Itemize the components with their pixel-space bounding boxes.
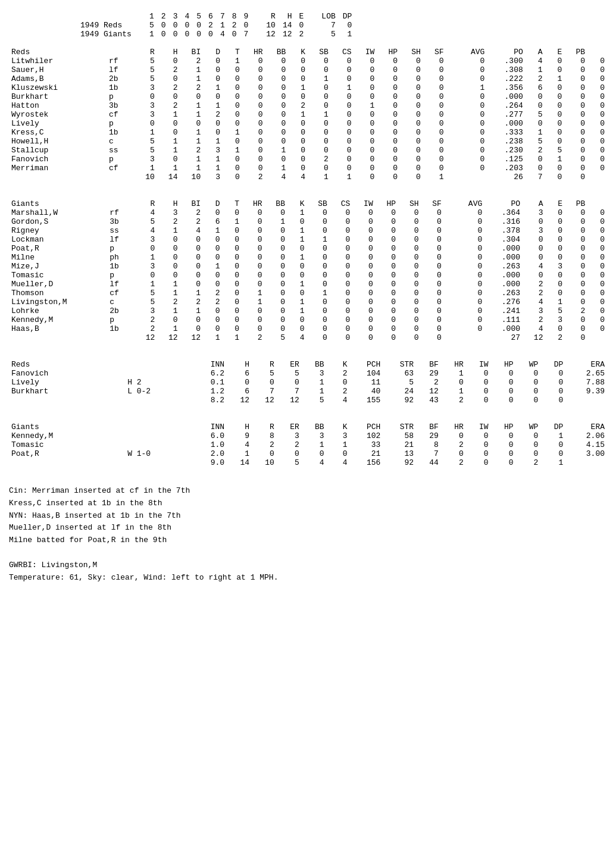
stat-6: 0	[223, 324, 242, 333]
stat-21: 0	[587, 253, 607, 262]
stat-19: 3	[545, 262, 565, 271]
linescore-row1-cell12: 12	[279, 30, 296, 39]
total-4: 12	[180, 333, 203, 342]
player-name: Mize,J	[9, 262, 107, 271]
stat-18: 5	[526, 110, 545, 119]
spacer	[9, 342, 107, 351]
stat-7: 0	[242, 110, 265, 119]
stat-3: 1	[157, 146, 180, 155]
stat-16: 0	[444, 324, 484, 333]
stat-7: 0	[242, 65, 265, 74]
stat-10: 0	[307, 298, 329, 306]
stat-16: 0	[446, 92, 487, 101]
stat-9: 1	[287, 306, 307, 315]
stat-6: 0	[223, 262, 242, 271]
stat-6: 1	[223, 57, 242, 65]
pitch-total-note	[125, 396, 193, 405]
total-3: 12	[157, 333, 180, 342]
stat-3: 2	[157, 217, 180, 226]
stat-5: 0	[203, 119, 223, 128]
pitch-col-16: ERA	[565, 423, 607, 431]
reds-pitching-table: RedsINNHRERBBKPCHSTRBFHRIWHPWPDPERAFanov…	[9, 360, 607, 414]
linescore-section: 123456789RHELOBDP1949 Reds50000212010140…	[9, 12, 607, 39]
stat-15: 0	[421, 271, 444, 280]
linescore-row1-cell3: 0	[170, 30, 182, 39]
stat-14: 0	[400, 119, 423, 128]
stat-16: 0	[446, 65, 487, 74]
stat-12: 0	[354, 164, 377, 173]
stat-12: 0	[352, 262, 375, 271]
pitch-stat-4: 0	[252, 378, 277, 387]
giants-pitching-table: GiantsINNHRERBBKPCHSTRBFHRIWHPWPDPERAKen…	[9, 423, 607, 476]
stat-14: 0	[400, 83, 423, 92]
stat-18: 3	[523, 208, 545, 217]
pitch-total-15: 1	[540, 458, 565, 467]
stat-19: 0	[545, 128, 565, 137]
stat-19: 0	[545, 110, 565, 119]
pitch-total-3: 14	[227, 458, 252, 467]
linescore-row0-cell4: 0	[181, 21, 193, 30]
pitch-stat-15: 0	[540, 378, 565, 387]
pitch-stat-4: 5	[252, 369, 277, 378]
stat-14: 0	[398, 235, 421, 244]
stat-14: 0	[398, 298, 421, 306]
pitch-stat-9: 24	[383, 387, 416, 396]
stat-16: 0	[444, 306, 484, 315]
pitch-total-6: 4	[302, 458, 327, 467]
player-pos: cf	[107, 289, 135, 298]
col-header-2: R	[134, 48, 157, 57]
total-10: 0	[307, 333, 329, 342]
total-19: 2	[545, 333, 565, 342]
stat-11: 0	[330, 315, 352, 324]
stat-4: 2	[180, 83, 203, 92]
player-pos: ss	[107, 226, 135, 235]
stat-3: 1	[157, 164, 180, 173]
stat-18: 3	[523, 306, 545, 315]
stat-19: 1	[545, 155, 565, 164]
stat-3: 1	[157, 306, 180, 315]
player-name: Thomson	[9, 289, 107, 298]
linescore-row0-cell2: 0	[158, 21, 170, 30]
pitch-col-12: IW	[466, 360, 491, 369]
linescore-header-7: 7	[217, 12, 229, 21]
col-header-6: T	[223, 48, 242, 57]
linescore-header-0	[80, 12, 146, 21]
player-pos: 3b	[107, 101, 134, 110]
stat-7: 0	[242, 226, 264, 235]
stat-12: 0	[354, 155, 377, 164]
stat-17: .000	[484, 324, 523, 333]
stat-21: 0	[587, 298, 607, 306]
stat-15: 0	[423, 57, 446, 65]
stat-20: 0	[565, 244, 587, 253]
stat-9: 1	[287, 235, 307, 244]
stat-13: 0	[376, 271, 398, 280]
col-header-8: BB	[265, 48, 289, 57]
linescore-header-15: LOB	[318, 12, 339, 21]
stat-15: 0	[421, 208, 444, 217]
stat-9: 0	[288, 164, 308, 173]
stat-19: 0	[545, 217, 565, 226]
stat-8: 0	[265, 226, 287, 235]
stat-7: 0	[242, 83, 265, 92]
stat-18: 0	[523, 253, 545, 262]
pitch-stat-11: 2	[441, 440, 466, 449]
pitch-stat-16: 9.39	[565, 387, 607, 396]
stat-4: 1	[180, 306, 203, 315]
pitch-total-15: 0	[540, 396, 565, 405]
linescore-header-4: 4	[181, 12, 193, 21]
stat-13: 0	[376, 315, 398, 324]
stat-5: 0	[203, 235, 223, 244]
stat-12: 0	[354, 137, 377, 146]
note-line-4: Milne batted for Poat,R in the 9th	[9, 534, 607, 547]
stat-20: 0	[565, 289, 587, 298]
linescore-row1-cell14	[307, 30, 318, 39]
stat-15: 0	[421, 235, 444, 244]
player-name: Haas,B	[9, 324, 107, 333]
pitch-stat-8: 104	[350, 369, 383, 378]
stat-11: 0	[331, 74, 354, 83]
team-name: Reds	[9, 48, 107, 57]
stat-16: 1	[446, 83, 487, 92]
total-16	[446, 173, 487, 182]
pitch-col-8: PCH	[350, 423, 383, 431]
stat-12: 0	[354, 57, 377, 65]
